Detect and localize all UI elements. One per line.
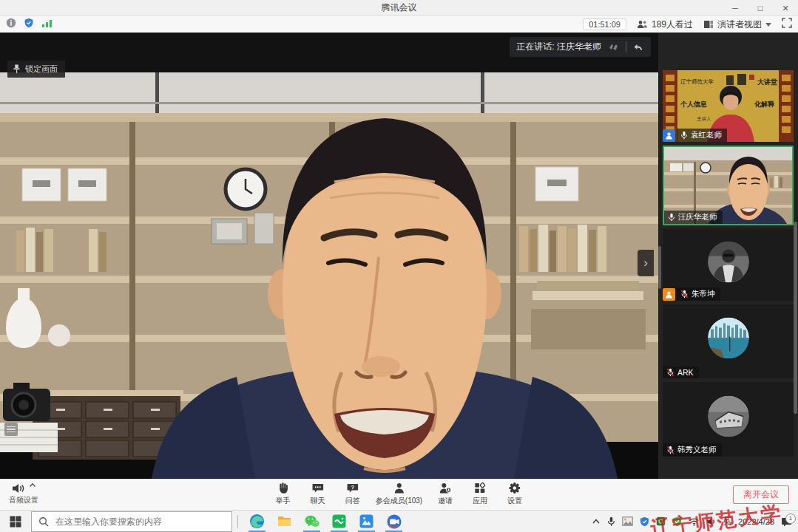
edge-icon (249, 514, 265, 529)
maximize-button[interactable]: □ (748, 0, 773, 16)
participant-name: 韩秀义老师 (677, 445, 717, 455)
speaking-label: 正在讲话: 汪庆华老师 (516, 41, 601, 53)
list-toggle-icon[interactable] (4, 423, 18, 436)
audio-settings-label: 音频设置 (9, 495, 38, 505)
windows-taskbar: 英 2022/4/28 1 (0, 510, 798, 532)
raise-hand-button[interactable]: 举手 (271, 482, 295, 506)
wechat-icon (304, 514, 320, 529)
taskbar-app-green[interactable] (325, 511, 353, 532)
applause-icon (607, 41, 620, 52)
fullscreen-icon[interactable] (782, 18, 792, 31)
lock-view-label: 锁定画面 (25, 64, 58, 75)
tray-photo-icon[interactable] (622, 516, 633, 526)
tray-chevron-up-icon[interactable] (592, 518, 601, 525)
mic-muted-icon (680, 290, 689, 299)
taskbar-app-wechat[interactable] (298, 511, 325, 532)
layout-icon (703, 20, 714, 29)
participants-sidebar: 辽宁师范大学 大讲堂 个人信息 化解释 主讲人 (658, 33, 798, 479)
title-bar: 腾讯会议 ─ □ ✕ (0, 0, 798, 16)
blue-app-icon (359, 514, 374, 529)
poster-title-right: 大讲堂 (757, 78, 777, 86)
poster-line2-left: 个人信息 (680, 100, 707, 108)
network-signal-icon[interactable] (41, 18, 53, 31)
start-button[interactable] (0, 511, 31, 532)
mic-muted-icon (666, 368, 674, 377)
settings-button[interactable]: 设置 (503, 482, 527, 506)
viewers-count[interactable]: 189人看过 (637, 18, 693, 31)
security-shield-icon[interactable] (24, 18, 34, 31)
taskbar-divider (237, 515, 238, 528)
participant-name: 朱帝坤 (692, 289, 715, 299)
invite-icon (439, 482, 452, 494)
avatar (708, 318, 749, 359)
participant-tile[interactable]: 辽宁师范大学 大讲堂 个人信息 化解释 主讲人 (663, 70, 794, 142)
tray-shield-blue-icon[interactable] (640, 516, 649, 527)
participant-tile-active-speaker[interactable]: 汪庆华老师 (663, 146, 794, 225)
qa-icon: ? (346, 482, 359, 494)
input-language-indicator[interactable]: 英 (723, 515, 731, 528)
minimize-button[interactable]: ─ (723, 0, 748, 16)
tray-shield-green-icon[interactable] (672, 516, 682, 527)
notification-center-icon[interactable]: 1 (781, 516, 792, 527)
tray-green-square-icon[interactable] (656, 516, 666, 526)
main-stage: 锁定画面 正在讲话: 汪庆华老师 › (0, 33, 658, 479)
meeting-timer: 01:51:09 (583, 18, 626, 30)
sidebar-resize-grip[interactable] (658, 246, 661, 289)
poster-line3: 主讲人 (697, 116, 711, 122)
qa-button[interactable]: ? 问答 (341, 482, 365, 506)
poster-line2-right: 化解释 (754, 100, 775, 108)
view-mode-selector[interactable]: 演讲者视图 (703, 18, 771, 31)
leave-meeting-button[interactable]: 离开会议 (733, 485, 789, 504)
pin-icon (13, 64, 21, 74)
participants-button[interactable]: 参会成员(103) (376, 482, 422, 506)
tray-mic-icon[interactable] (607, 516, 615, 527)
close-button[interactable]: ✕ (773, 0, 798, 16)
search-input[interactable] (54, 516, 225, 528)
taskbar-app-meeting[interactable] (380, 511, 408, 532)
window-title: 腾讯会议 (382, 1, 417, 14)
participant-name: 汪庆华老师 (678, 212, 717, 222)
meeting-toolbar: 音频设置 举手 (0, 479, 798, 510)
speaker-icon (11, 482, 26, 494)
tencent-meeting-window: 腾讯会议 ─ □ ✕ 01:51:09 189人看过 (0, 0, 798, 532)
taskbar-app-blue[interactable] (353, 511, 380, 532)
presenter-person-icon (663, 129, 675, 142)
windows-logo-icon (10, 516, 21, 528)
taskbar-app-edge[interactable] (243, 511, 271, 532)
participants-icon (393, 482, 405, 494)
volume-icon[interactable] (706, 517, 716, 526)
chat-icon (311, 482, 324, 494)
sidebar-scrollbar[interactable] (794, 222, 797, 414)
folder-icon (277, 514, 292, 529)
participant-tile[interactable]: 朱帝坤 (663, 229, 794, 301)
avatar (708, 241, 749, 282)
taskbar-date[interactable]: 2022/4/28 (738, 517, 774, 526)
collapse-arrow-icon[interactable] (632, 41, 644, 52)
chevron-down-icon (765, 23, 771, 27)
main-speaker-video (0, 72, 658, 479)
invite-button[interactable]: 邀请 (433, 482, 457, 506)
avatar (708, 395, 749, 437)
next-page-chevron[interactable]: › (638, 250, 654, 276)
lock-view-badge[interactable]: 锁定画面 (7, 61, 65, 78)
participant-tile[interactable]: 韩秀义老师 (663, 382, 794, 457)
chevron-up-icon[interactable] (29, 482, 36, 488)
hand-icon (277, 482, 289, 494)
mic-on-icon (680, 131, 688, 140)
viewers-icon (637, 20, 648, 29)
chat-button[interactable]: 聊天 (306, 482, 330, 506)
audio-settings-button[interactable]: 音频设置 (9, 482, 38, 505)
status-strip: 01:51:09 189人看过 演讲者视图 (0, 16, 798, 33)
gear-icon (509, 482, 521, 494)
wifi-icon[interactable] (689, 517, 700, 526)
info-icon[interactable] (6, 18, 16, 31)
participant-tile[interactable]: ARK (663, 304, 794, 378)
poster-title-left: 辽宁师范大学 (680, 78, 714, 85)
apps-icon (474, 482, 487, 494)
apps-button[interactable]: 应用 (468, 482, 492, 506)
taskbar-search[interactable] (31, 511, 232, 532)
taskbar-app-file-explorer[interactable] (271, 511, 298, 532)
svg-text:?: ? (351, 484, 355, 491)
speaking-banner: 正在讲话: 汪庆华老师 (510, 37, 651, 57)
participant-name: ARK (677, 368, 694, 377)
